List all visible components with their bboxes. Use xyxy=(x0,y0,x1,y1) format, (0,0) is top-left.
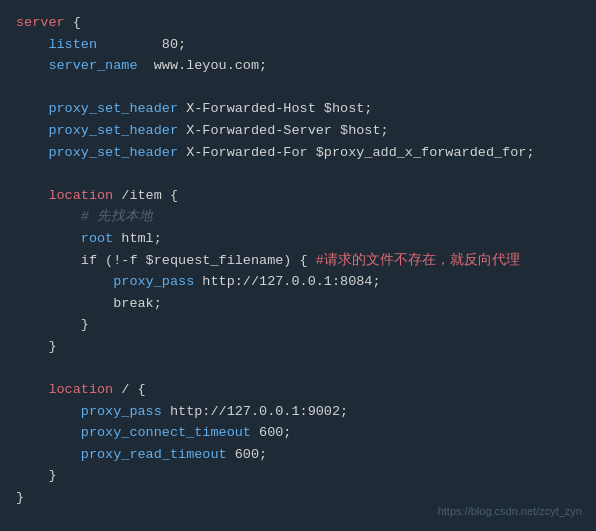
code-token: server xyxy=(16,15,65,30)
code-token: proxy_pass xyxy=(16,274,194,289)
code-token: http://127.0.0.1:9002; xyxy=(162,404,348,419)
code-token: html; xyxy=(113,231,162,246)
code-token: # 先找本地 xyxy=(81,209,153,224)
code-token: } xyxy=(16,339,57,354)
watermark: https://blog.csdn.net/zcyt_zyn xyxy=(438,503,582,521)
code-token: } xyxy=(16,317,89,332)
code-line: server { xyxy=(16,12,580,34)
code-token: server_name xyxy=(16,58,138,73)
code-token: / { xyxy=(113,382,145,397)
code-token: 600; xyxy=(251,425,292,440)
code-line: listen 80; xyxy=(16,34,580,56)
code-token: www.leyou.com; xyxy=(138,58,268,73)
code-line: proxy_set_header X-Forwarded-For $proxy_… xyxy=(16,142,580,164)
code-token: } xyxy=(16,468,57,483)
code-line: proxy_connect_timeout 600; xyxy=(16,422,580,444)
code-line: root html; xyxy=(16,228,580,250)
code-line xyxy=(16,77,580,99)
code-line: location / { xyxy=(16,379,580,401)
code-token: proxy_connect_timeout xyxy=(16,425,251,440)
code-line: location /item { xyxy=(16,185,580,207)
code-token: proxy_set_header xyxy=(16,145,178,160)
code-token: } xyxy=(16,490,24,505)
code-line: proxy_pass http://127.0.0.1:9002; xyxy=(16,401,580,423)
code-token: location xyxy=(16,188,113,203)
code-line: proxy_read_timeout 600; xyxy=(16,444,580,466)
code-line: break; xyxy=(16,293,580,315)
code-token: X-Forwarded-Server $host; xyxy=(178,123,389,138)
code-token: #请求的文件不存在，就反向代理 xyxy=(316,253,520,268)
code-token: proxy_set_header xyxy=(16,101,178,116)
code-token: proxy_set_header xyxy=(16,123,178,138)
code-token: { xyxy=(65,15,81,30)
code-line: } xyxy=(16,465,580,487)
code-token: proxy_read_timeout xyxy=(16,447,227,462)
code-token xyxy=(16,209,81,224)
code-container: server { listen 80; server_name www.leyo… xyxy=(16,12,580,509)
code-token: if (!-f $request_filename) { xyxy=(16,253,316,268)
code-token: 600; xyxy=(227,447,268,462)
code-line: } xyxy=(16,314,580,336)
code-token: 80; xyxy=(97,37,186,52)
code-line: proxy_pass http://127.0.0.1:8084; xyxy=(16,271,580,293)
code-token: root xyxy=(16,231,113,246)
code-token: proxy_pass xyxy=(16,404,162,419)
code-token: /item { xyxy=(113,188,178,203)
code-token: listen xyxy=(16,37,97,52)
code-line: # 先找本地 xyxy=(16,206,580,228)
code-token: X-Forwarded-Host $host; xyxy=(178,101,372,116)
code-line: proxy_set_header X-Forwarded-Host $host; xyxy=(16,98,580,120)
code-line xyxy=(16,358,580,380)
code-line: } xyxy=(16,336,580,358)
code-token: break; xyxy=(16,296,162,311)
code-line xyxy=(16,163,580,185)
code-token: X-Forwarded-For $proxy_add_x_forwarded_f… xyxy=(178,145,534,160)
code-line: server_name www.leyou.com; xyxy=(16,55,580,77)
code-line: if (!-f $request_filename) { #请求的文件不存在，就… xyxy=(16,250,580,272)
code-token: http://127.0.0.1:8084; xyxy=(194,274,380,289)
code-token: location xyxy=(16,382,113,397)
code-line: proxy_set_header X-Forwarded-Server $hos… xyxy=(16,120,580,142)
